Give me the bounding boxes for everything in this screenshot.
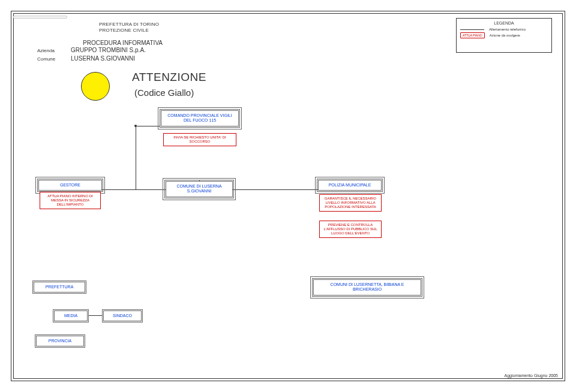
prefettura-box: PREFETTURA (34, 282, 85, 293)
comando-box: COMANDO PROVINCIALE VIGILI DEL FUOCO 115 (161, 110, 239, 126)
procedura-label: PROCEDURA INFORMATIVA (83, 40, 163, 46)
comuni-box: COMUNI DI LUSERNETTA, BIBIANA E BRICHERA… (313, 279, 421, 295)
azienda-label: Azienda (37, 48, 55, 53)
origin-vert (136, 126, 136, 189)
polizia-action-a: GARANTISCE IL NECESSARIO LIVELLO INFORMA… (319, 194, 382, 212)
media-sindaco-line (89, 315, 102, 316)
polizia-box: POLIZIA MUNICIPALE (318, 180, 382, 191)
legend-action-text: Azione da svolgere (490, 34, 520, 37)
prefettura-line: PREFETTURA DI TORINO (99, 22, 159, 28)
yellow-circle-icon (81, 72, 110, 101)
gestore-box: GESTORE (38, 180, 102, 191)
legend-line-icon (460, 29, 484, 30)
gestore-action: ATTUA PIANO INTERNO DI MESSA IN SICUREZZ… (40, 192, 101, 209)
sindaco-box: SINDACO (103, 310, 142, 321)
legend-pill: ATTUA PIANO (460, 32, 485, 38)
comune-value: LUSERNA S.GIOVANNI (71, 55, 135, 62)
azienda-value: GRUPPO TROMBINI S.p.A. (71, 47, 146, 53)
comune-box: COMUNE DI LUSERNA S.GIOVANNI (166, 181, 233, 197)
comune-label: Comune (37, 56, 55, 62)
media-box: MEDIA (54, 310, 88, 321)
page-title: ATTENZIONE (132, 71, 206, 84)
soccorso-action: INVIA SE RICHIESTO UNITA' DI SOCCORSO (163, 133, 236, 146)
protezione-line: PROTEZIONE CIVILE (99, 28, 159, 34)
provincia-box: PROVINCIA (36, 336, 84, 346)
legend-phone-text: Allertamento telefonico (489, 28, 526, 31)
origin-to-cmd (137, 126, 160, 126)
top-handle (13, 16, 67, 19)
polizia-action-b: PREVIENE E CONTROLLA L'AFFLUSSO DI PUBBL… (319, 221, 382, 238)
legend-title: LEGENDA (460, 21, 548, 25)
footer-text: Aggiornamento Giugno 2005 (504, 373, 558, 378)
header-block: PREFETTURA DI TORINO PROTEZIONE CIVILE (99, 22, 159, 34)
page-subtitle: (Codice Giallo) (134, 88, 194, 98)
legend-box: LEGENDA Allertamento telefonico ATTUA PI… (456, 18, 552, 53)
